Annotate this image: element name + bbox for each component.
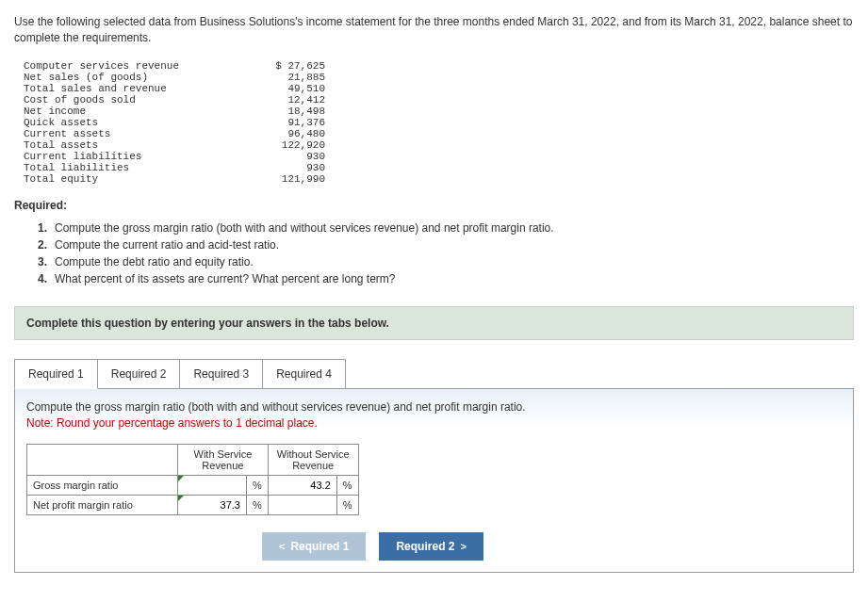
required-heading: Required: [14,199,854,212]
fin-value: 49,510 [250,83,325,94]
complete-instruction: Complete this question by entering your … [14,306,854,340]
row-net-profit: Net profit margin ratio [27,495,178,514]
tab-required-1[interactable]: Required 1 [14,359,98,389]
fin-value: 18,498 [250,106,325,117]
req-text: What percent of its assets are current? … [55,270,396,287]
req-text: Compute the debt ratio and equity ratio. [55,253,254,270]
req-num: 3. [38,253,55,270]
input-field[interactable] [274,480,331,491]
fin-value: 91,376 [250,117,325,128]
req-text: Compute the gross margin ratio (both wit… [55,220,554,236]
req-num: 4. [38,270,55,287]
fin-value: 930 [250,162,325,173]
fin-label: Current liabilities [24,151,250,162]
fin-label: Total sales and revenue [24,83,250,94]
next-label: Required 2 [396,540,454,553]
fin-value: 122,920 [250,139,325,151]
nav-row: < Required 1 Required 2 > [262,532,842,561]
fin-label: Total equity [24,173,250,185]
chevron-right-icon: > [460,541,466,552]
input-field[interactable] [184,499,240,511]
tab-required-4[interactable]: Required 4 [262,359,346,389]
prev-button[interactable]: < Required 1 [262,532,366,561]
tab-required-3[interactable]: Required 3 [179,359,263,389]
input-np-with[interactable] [178,495,247,514]
input-np-without[interactable] [268,495,336,514]
blank-header [27,444,178,475]
fin-label: Computer services revenue [24,60,250,72]
requirements-list: 1.Compute the gross margin ratio (both w… [38,220,854,287]
panel-note: Note: Round your percentage answers to 1… [26,416,842,430]
corner-icon [178,496,184,501]
col-with-service: With Service Revenue [178,444,269,475]
intro-text: Use the following selected data from Bus… [14,14,854,46]
pct-label: % [247,475,269,495]
pct-label: % [336,495,358,514]
input-gm-with[interactable] [178,475,247,495]
fin-value: 96,480 [250,128,325,139]
prev-label: Required 1 [290,540,349,553]
fin-label: Total assets [24,139,250,151]
fin-value: 12,412 [250,94,325,106]
next-button[interactable]: Required 2 > [379,532,483,561]
corner-icon [178,476,184,481]
input-field[interactable] [274,499,331,511]
input-field[interactable] [184,480,240,491]
tab-panel: Compute the gross margin ratio (both wit… [14,388,854,573]
col-without-service: Without Service Revenue [268,444,358,475]
fin-label: Net income [24,106,250,117]
fin-value: 121,990 [250,173,325,185]
tab-bar: Required 1 Required 2 Required 3 Require… [14,359,854,389]
row-gross-margin: Gross margin ratio [27,475,178,495]
tab-required-2[interactable]: Required 2 [97,359,181,389]
chevron-left-icon: < [279,541,285,552]
req-text: Compute the current ratio and acid-test … [55,236,279,253]
fin-value: 930 [250,151,325,162]
fin-label: Quick assets [24,117,250,128]
fin-label: Current assets [24,128,250,139]
fin-label: Net sales (of goods) [24,72,250,83]
fin-label: Total liabilities [24,162,250,173]
fin-value: 21,885 [250,72,325,83]
financial-data: Computer services revenue$ 27,625 Net sa… [24,60,854,185]
panel-instruction: Compute the gross margin ratio (both wit… [26,400,842,414]
fin-label: Cost of goods sold [24,94,250,106]
pct-label: % [247,495,269,514]
ratio-table: With Service Revenue Without Service Rev… [26,444,359,515]
fin-value: $ 27,625 [250,60,325,72]
req-num: 1. [38,220,55,236]
req-num: 2. [38,236,55,253]
input-gm-without[interactable] [268,475,336,495]
pct-label: % [336,475,358,495]
